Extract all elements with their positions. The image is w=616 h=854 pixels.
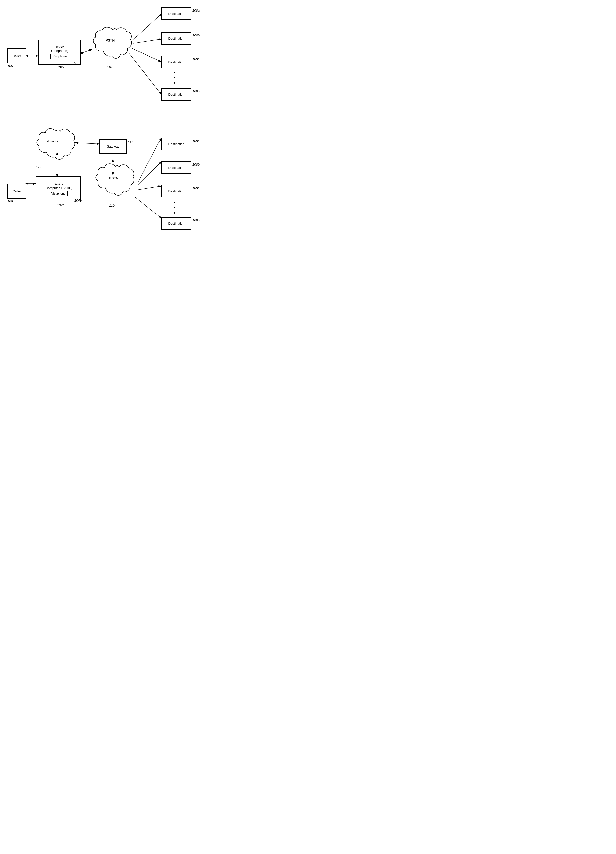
pstn-cloud-2: PSTN (94, 162, 137, 203)
caller-ref-1: 106 (8, 64, 13, 68)
dest-label-1a: Destination (168, 12, 184, 16)
dest-ref-2b: 108b (192, 163, 200, 166)
caller-label-2: Caller (13, 189, 21, 193)
gateway-ref: 116 (128, 140, 133, 144)
svg-line-4 (132, 49, 161, 62)
pstn-ref-1: 110 (107, 65, 112, 69)
dest-ref-1b: 108b (192, 34, 200, 37)
dest-box-1c: Destination (162, 56, 191, 68)
dest-ref-1a: 108a (192, 9, 200, 12)
network-label-2: Network (46, 140, 58, 143)
device-box-2: Device (Computer + VOIP) Visuphone (36, 176, 81, 202)
device-box-1: Device (Telephone) Visuphone (38, 40, 81, 64)
dest-ref-1n: 108n (192, 89, 200, 93)
svg-line-1 (81, 50, 91, 53)
gateway-box: Gateway (99, 139, 127, 154)
dest-box-1a: Destination (162, 8, 191, 20)
caller-label-1: Caller (13, 54, 21, 58)
dots-1: ••• (174, 70, 176, 85)
network-ref-2: 112 (36, 165, 41, 169)
visuphone-label-2: Visuphone (51, 192, 66, 195)
svg-line-8 (76, 143, 99, 144)
dest-label-2b: Destination (168, 166, 184, 169)
device-sublabel-1: (Telephone) (51, 49, 68, 53)
visuphone-box-1: Visuphone (50, 53, 69, 59)
dest-box-1n: Destination (162, 88, 191, 101)
dest-box-1b: Destination (162, 32, 191, 45)
dots-2: ••• (174, 200, 176, 215)
caller-ref-2: 106 (8, 199, 13, 203)
dest-label-2c: Destination (168, 189, 184, 193)
dest-ref-2c: 108c (192, 186, 200, 190)
dest-box-2n: Destination (162, 217, 191, 230)
pstn-label-1: PSTN (105, 38, 115, 43)
device-ref-2: 102b (57, 203, 64, 207)
dest-ref-2a: 108a (192, 139, 200, 143)
dest-label-1c: Destination (168, 60, 184, 64)
visuphone-ref-2: 104b (75, 198, 82, 202)
svg-line-13 (135, 197, 161, 218)
svg-line-2 (131, 14, 161, 41)
svg-line-12 (137, 186, 161, 190)
pstn-label-2: PSTN (109, 176, 119, 180)
section-divider (0, 113, 223, 113)
visuphone-label-1: Visuphone (53, 55, 67, 58)
network-cloud-2: Network (36, 127, 76, 165)
dest-ref-2n: 108n (192, 218, 200, 222)
svg-line-11 (138, 162, 161, 185)
dest-label-1n: Destination (168, 93, 184, 96)
visuphone-ref-1: 104 (72, 62, 78, 65)
pstn-cloud-1: PSTN (92, 25, 134, 66)
pstn-ref-2: 110 (109, 204, 115, 207)
caller-box-2: Caller (8, 184, 26, 198)
visuphone-box-2: Visuphone (49, 191, 68, 197)
dest-box-2a: Destination (162, 138, 191, 150)
dest-label-2n: Destination (168, 222, 184, 226)
svg-line-3 (133, 39, 161, 43)
dest-box-2b: Destination (162, 162, 191, 174)
dest-ref-1c: 108c (192, 57, 200, 61)
gateway-label: Gateway (107, 145, 119, 148)
device-label-2: Device (53, 183, 63, 186)
device-ref-1: 102a (57, 65, 64, 69)
caller-box-1: Caller (8, 49, 26, 63)
svg-line-10 (138, 139, 161, 183)
dest-label-1b: Destination (168, 37, 184, 40)
dest-label-2a: Destination (168, 142, 184, 146)
diagram-container: Caller 106 Device (Telephone) Visuphone … (0, 0, 223, 308)
device-label-1: Device (55, 45, 64, 49)
dest-box-2c: Destination (162, 185, 191, 197)
device-sublabel-2: (Computer + VOIP) (44, 186, 72, 190)
